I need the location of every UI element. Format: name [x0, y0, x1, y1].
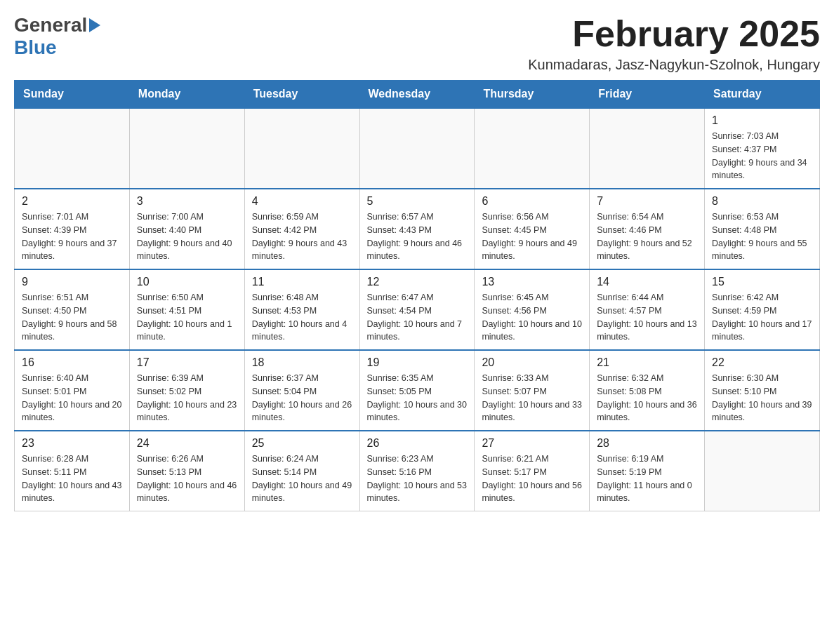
- day-info: Sunrise: 6:30 AM Sunset: 5:10 PM Dayligh…: [712, 372, 812, 424]
- day-info: Sunrise: 6:50 AM Sunset: 4:51 PM Dayligh…: [137, 291, 237, 344]
- day-number: 1: [712, 114, 812, 127]
- day-number: 23: [22, 437, 122, 450]
- calendar-cell: 16Sunrise: 6:40 AM Sunset: 5:01 PM Dayli…: [15, 350, 130, 431]
- day-number: 4: [252, 195, 352, 208]
- day-number: 26: [367, 437, 468, 450]
- calendar-cell: 26Sunrise: 6:23 AM Sunset: 5:16 PM Dayli…: [359, 431, 475, 511]
- calendar-cell: 28Sunrise: 6:19 AM Sunset: 5:19 PM Dayli…: [590, 431, 705, 511]
- calendar-cell: [590, 108, 705, 189]
- day-info: Sunrise: 6:44 AM Sunset: 4:57 PM Dayligh…: [597, 291, 697, 344]
- calendar-cell: 11Sunrise: 6:48 AM Sunset: 4:53 PM Dayli…: [244, 269, 359, 350]
- day-number: 28: [597, 437, 697, 450]
- calendar-cell: 27Sunrise: 6:21 AM Sunset: 5:17 PM Dayli…: [475, 431, 590, 511]
- calendar-cell: [15, 108, 130, 189]
- day-number: 20: [482, 356, 582, 369]
- calendar-week-4: 16Sunrise: 6:40 AM Sunset: 5:01 PM Dayli…: [15, 350, 820, 431]
- calendar-cell: 10Sunrise: 6:50 AM Sunset: 4:51 PM Dayli…: [129, 269, 244, 350]
- calendar-cell: 25Sunrise: 6:24 AM Sunset: 5:14 PM Dayli…: [244, 431, 359, 511]
- calendar-cell: 17Sunrise: 6:39 AM Sunset: 5:02 PM Dayli…: [129, 350, 244, 431]
- day-info: Sunrise: 6:47 AM Sunset: 4:54 PM Dayligh…: [367, 291, 468, 344]
- weekday-header-thursday: Thursday: [475, 81, 590, 109]
- calendar-cell: 4Sunrise: 6:59 AM Sunset: 4:42 PM Daylig…: [244, 189, 359, 269]
- day-info: Sunrise: 6:21 AM Sunset: 5:17 PM Dayligh…: [482, 452, 582, 505]
- day-number: 19: [367, 356, 468, 369]
- day-info: Sunrise: 6:28 AM Sunset: 5:11 PM Dayligh…: [22, 452, 122, 505]
- weekday-header-monday: Monday: [129, 81, 244, 109]
- weekday-header-wednesday: Wednesday: [359, 81, 475, 109]
- day-number: 5: [367, 195, 468, 208]
- calendar-cell: 12Sunrise: 6:47 AM Sunset: 4:54 PM Dayli…: [359, 269, 475, 350]
- calendar-cell: 13Sunrise: 6:45 AM Sunset: 4:56 PM Dayli…: [475, 269, 590, 350]
- calendar-cell: [359, 108, 475, 189]
- calendar-cell: 3Sunrise: 7:00 AM Sunset: 4:40 PM Daylig…: [129, 189, 244, 269]
- day-info: Sunrise: 6:33 AM Sunset: 5:07 PM Dayligh…: [482, 372, 582, 424]
- calendar-cell: 19Sunrise: 6:35 AM Sunset: 5:05 PM Dayli…: [359, 350, 475, 431]
- calendar-cell: 1Sunrise: 7:03 AM Sunset: 4:37 PM Daylig…: [705, 108, 820, 189]
- day-info: Sunrise: 6:24 AM Sunset: 5:14 PM Dayligh…: [252, 452, 352, 505]
- day-info: Sunrise: 6:53 AM Sunset: 4:48 PM Dayligh…: [712, 210, 812, 263]
- month-title: February 2025: [528, 14, 820, 54]
- day-info: Sunrise: 6:54 AM Sunset: 4:46 PM Dayligh…: [597, 210, 697, 263]
- weekday-header-saturday: Saturday: [705, 81, 820, 109]
- day-number: 14: [597, 276, 697, 288]
- weekday-header-tuesday: Tuesday: [244, 81, 359, 109]
- calendar-week-1: 1Sunrise: 7:03 AM Sunset: 4:37 PM Daylig…: [15, 108, 820, 189]
- day-number: 15: [712, 276, 812, 288]
- day-info: Sunrise: 6:40 AM Sunset: 5:01 PM Dayligh…: [22, 372, 122, 424]
- day-info: Sunrise: 6:59 AM Sunset: 4:42 PM Dayligh…: [252, 210, 352, 263]
- day-info: Sunrise: 6:32 AM Sunset: 5:08 PM Dayligh…: [597, 372, 697, 424]
- calendar-cell: 2Sunrise: 7:01 AM Sunset: 4:39 PM Daylig…: [15, 189, 130, 269]
- day-info: Sunrise: 6:56 AM Sunset: 4:45 PM Dayligh…: [482, 210, 582, 263]
- day-number: 25: [252, 437, 352, 450]
- day-info: Sunrise: 6:48 AM Sunset: 4:53 PM Dayligh…: [252, 291, 352, 344]
- day-number: 8: [712, 195, 812, 208]
- day-number: 21: [597, 356, 697, 369]
- day-number: 16: [22, 356, 122, 369]
- calendar-cell: 6Sunrise: 6:56 AM Sunset: 4:45 PM Daylig…: [475, 189, 590, 269]
- calendar-cell: 22Sunrise: 6:30 AM Sunset: 5:10 PM Dayli…: [705, 350, 820, 431]
- logo: General Blue: [14, 14, 100, 59]
- logo-arrow-icon: [89, 18, 100, 32]
- logo-blue-text: Blue: [14, 36, 57, 58]
- day-number: 18: [252, 356, 352, 369]
- logo-general-text: General: [14, 14, 87, 36]
- day-info: Sunrise: 6:35 AM Sunset: 5:05 PM Dayligh…: [367, 372, 468, 424]
- day-info: Sunrise: 6:39 AM Sunset: 5:02 PM Dayligh…: [137, 372, 237, 424]
- day-info: Sunrise: 7:00 AM Sunset: 4:40 PM Dayligh…: [137, 210, 237, 263]
- day-number: 6: [482, 195, 582, 208]
- calendar-cell: 8Sunrise: 6:53 AM Sunset: 4:48 PM Daylig…: [705, 189, 820, 269]
- day-number: 9: [22, 276, 122, 288]
- weekday-header-friday: Friday: [590, 81, 705, 109]
- day-info: Sunrise: 6:26 AM Sunset: 5:13 PM Dayligh…: [137, 452, 237, 505]
- day-number: 12: [367, 276, 468, 288]
- calendar-cell: 24Sunrise: 6:26 AM Sunset: 5:13 PM Dayli…: [129, 431, 244, 511]
- calendar-header: SundayMondayTuesdayWednesdayThursdayFrid…: [15, 81, 820, 109]
- day-info: Sunrise: 6:51 AM Sunset: 4:50 PM Dayligh…: [22, 291, 122, 344]
- title-block: February 2025 Kunmadaras, Jasz-Nagykun-S…: [528, 14, 820, 73]
- calendar-table: SundayMondayTuesdayWednesdayThursdayFrid…: [14, 80, 820, 511]
- day-number: 10: [137, 276, 237, 288]
- calendar-cell: [244, 108, 359, 189]
- day-info: Sunrise: 7:03 AM Sunset: 4:37 PM Dayligh…: [712, 130, 812, 182]
- day-info: Sunrise: 6:19 AM Sunset: 5:19 PM Dayligh…: [597, 452, 697, 505]
- day-number: 2: [22, 195, 122, 208]
- day-number: 22: [712, 356, 812, 369]
- day-number: 24: [137, 437, 237, 450]
- calendar-cell: [129, 108, 244, 189]
- day-info: Sunrise: 6:45 AM Sunset: 4:56 PM Dayligh…: [482, 291, 582, 344]
- location-text: Kunmadaras, Jasz-Nagykun-Szolnok, Hungar…: [528, 57, 820, 73]
- calendar-week-5: 23Sunrise: 6:28 AM Sunset: 5:11 PM Dayli…: [15, 431, 820, 511]
- calendar-cell: 21Sunrise: 6:32 AM Sunset: 5:08 PM Dayli…: [590, 350, 705, 431]
- day-info: Sunrise: 7:01 AM Sunset: 4:39 PM Dayligh…: [22, 210, 122, 263]
- calendar-cell: 9Sunrise: 6:51 AM Sunset: 4:50 PM Daylig…: [15, 269, 130, 350]
- calendar-cell: [475, 108, 590, 189]
- calendar-cell: 23Sunrise: 6:28 AM Sunset: 5:11 PM Dayli…: [15, 431, 130, 511]
- page-header: General Blue February 2025 Kunmadaras, J…: [14, 14, 820, 73]
- calendar-week-3: 9Sunrise: 6:51 AM Sunset: 4:50 PM Daylig…: [15, 269, 820, 350]
- day-number: 11: [252, 276, 352, 288]
- calendar-cell: 20Sunrise: 6:33 AM Sunset: 5:07 PM Dayli…: [475, 350, 590, 431]
- calendar-cell: [705, 431, 820, 511]
- weekday-header-sunday: Sunday: [15, 81, 130, 109]
- day-number: 7: [597, 195, 697, 208]
- calendar-cell: 14Sunrise: 6:44 AM Sunset: 4:57 PM Dayli…: [590, 269, 705, 350]
